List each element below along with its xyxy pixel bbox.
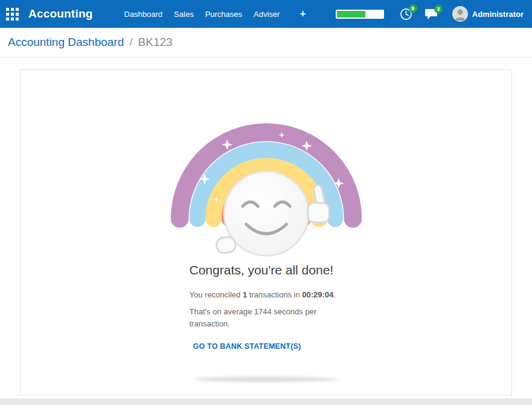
user-name: Administrator <box>472 10 524 19</box>
user-menu[interactable]: Administrator <box>452 6 524 22</box>
avatar <box>452 6 468 22</box>
main-menu: Dashboard Sales Purchases Adviser + <box>124 8 306 20</box>
reconcile-duration: 00:29:04 <box>302 290 333 299</box>
menu-item-adviser[interactable]: Adviser <box>254 10 280 19</box>
breadcrumb-parent-link[interactable]: Accounting Dashboard <box>8 36 124 49</box>
menu-item-purchases[interactable]: Purchases <box>205 10 242 19</box>
breadcrumb-current: BK123 <box>138 36 173 49</box>
app-title[interactable]: Accounting <box>28 7 93 21</box>
messages-button[interactable]: 3 <box>425 8 438 20</box>
transaction-count: 1 <box>243 290 247 299</box>
congrats-heading: Congrats, you're all done! <box>190 263 343 277</box>
plus-menu-button[interactable]: + <box>300 8 306 20</box>
reconcile-suffix: . <box>333 290 336 299</box>
topbar: Accounting Dashboard Sales Purchases Adv… <box>0 0 532 28</box>
progress-fill <box>337 11 365 18</box>
reconcile-prefix: You reconciled <box>190 290 241 299</box>
menu-item-dashboard[interactable]: Dashboard <box>124 10 163 19</box>
floor-shadow <box>194 377 338 382</box>
menu-item-sales[interactable]: Sales <box>174 10 194 19</box>
rainbow-thumbs-up-illustration <box>165 115 367 261</box>
reconciliation-done-panel: Congrats, you're all done! You reconcile… <box>20 70 512 396</box>
reconcile-summary: You reconciled 1 transactions in 00:29:0… <box>190 289 343 301</box>
activities-button[interactable]: 9 <box>400 8 412 21</box>
bottom-strip <box>0 398 532 405</box>
apps-menu-icon[interactable] <box>6 8 19 21</box>
reconcile-middle: transactions in <box>249 290 300 299</box>
breadcrumb: Accounting Dashboard / BK123 <box>0 28 532 57</box>
messages-badge: 3 <box>434 5 443 13</box>
congrats-block: Congrats, you're all done! You reconcile… <box>190 263 343 351</box>
breadcrumb-separator: / <box>129 36 132 49</box>
average-line: That's on average 1744 seconds per trans… <box>190 306 343 330</box>
progress-bar <box>336 10 384 19</box>
activities-badge: 9 <box>409 4 417 13</box>
go-to-bank-statements-link[interactable]: GO TO BANK STATEMENT(S) <box>193 342 301 351</box>
